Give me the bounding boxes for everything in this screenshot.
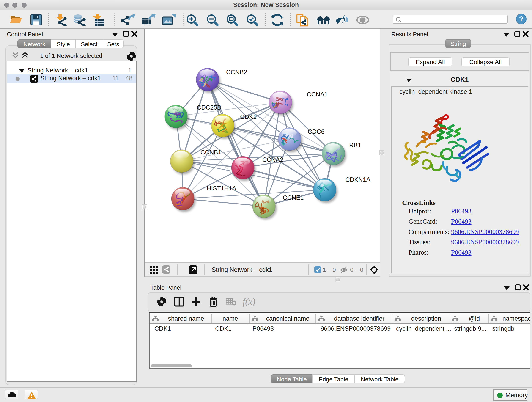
svg-text:CCNB1: CCNB1 <box>201 149 222 156</box>
svg-text:CCNA2: CCNA2 <box>262 156 283 163</box>
svg-text:CDC25B: CDC25B <box>197 104 221 111</box>
svg-text:CCNB2: CCNB2 <box>226 69 247 76</box>
svg-text:CDKN1A: CDKN1A <box>345 176 370 183</box>
svg-text:CCNA1: CCNA1 <box>307 91 328 98</box>
svg-text:?: ? <box>519 15 524 23</box>
svg-text:CDK1: CDK1 <box>240 114 257 120</box>
svg-text:CDC6: CDC6 <box>308 128 325 135</box>
svg-text:RB1: RB1 <box>349 142 361 149</box>
svg-text:HIST1H1A: HIST1H1A <box>207 185 236 192</box>
svg-text:CCNE1: CCNE1 <box>283 194 304 201</box>
